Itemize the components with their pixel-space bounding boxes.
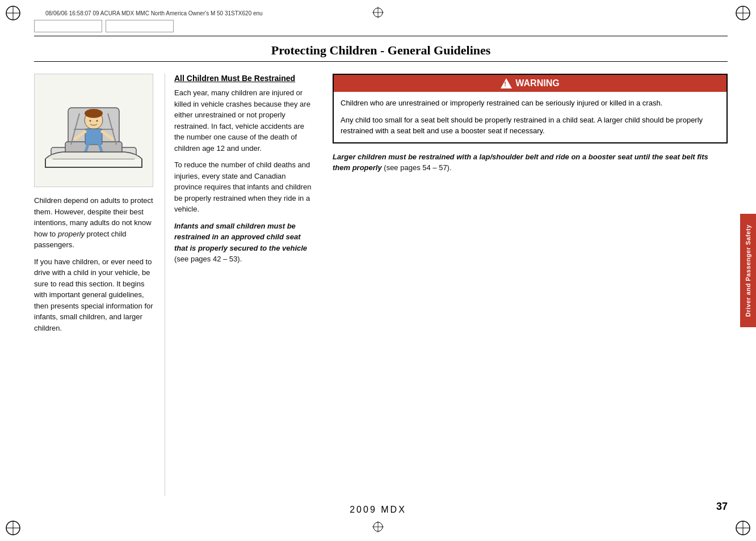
left-column: Children depend on adults to protect the… [34,74,165,496]
larger-children-text: Larger children must be restrained with … [333,151,728,174]
larger-children-ref: (see pages 54 – 57). [384,163,451,172]
illustration-box [34,74,153,187]
middle-heading: All Children Must Be Restrained [174,74,314,83]
middle-text: Each year, many children are injured or … [174,87,314,265]
crosshair-bottom [371,520,385,535]
right-column: WARNING Children who are unrestrained or… [324,74,728,496]
nav-tab-2[interactable] [106,20,174,32]
middle-bold-italic: Infants and small children must be restr… [174,222,307,252]
middle-para-3: Infants and small children must be restr… [174,221,314,265]
svg-point-31 [90,120,91,122]
corner-mark-tl [5,5,22,22]
middle-para-2: To reduce the number of child deaths and… [174,159,314,215]
page-header: Protecting Children - General Guidelines [34,20,728,62]
print-info: 08/06/06 16:58:07 09 ACURA MDX MMC North… [45,10,263,16]
corner-mark-bl [5,519,22,536]
svg-point-30 [85,109,103,118]
warning-box: WARNING Children who are unrestrained or… [333,74,728,143]
middle-para-1: Each year, many children are injured or … [174,87,314,154]
header-divider-top [34,36,728,36]
left-para-1: Children depend on adults to protect the… [34,195,156,251]
svg-point-32 [96,120,98,122]
nav-tabs [34,20,728,32]
warning-header: WARNING [334,75,726,92]
warning-para-2: Any child too small for a seat belt shou… [341,115,720,137]
child-seat-illustration [40,79,148,181]
side-tab-label: Driver and Passenger Safety [745,225,751,317]
middle-page-ref: (see pages 42 – 53). [174,255,242,263]
page-title: Protecting Children - General Guidelines [34,39,728,62]
side-chapter-tab: Driver and Passenger Safety [740,214,756,327]
crosshair-top [371,6,385,21]
warning-para-1: Children who are unrestrained or imprope… [341,98,720,109]
corner-mark-br [734,519,751,536]
page-number: 37 [716,501,728,513]
svg-rect-25 [85,129,102,145]
warning-body: Children who are unrestrained or imprope… [334,92,726,142]
footer-model-name: 2009 MDX [350,505,406,515]
middle-column: All Children Must Be Restrained Each yea… [165,74,324,496]
left-caption: Children depend on adults to protect the… [34,195,156,333]
warning-triangle-icon [501,78,512,88]
warning-title: WARNING [515,78,559,88]
corner-mark-tr [734,5,751,22]
left-para-2: If you have children, or ever need to dr… [34,256,156,334]
main-content: Children depend on adults to protect the… [34,74,728,496]
nav-tab-1[interactable] [34,20,102,32]
